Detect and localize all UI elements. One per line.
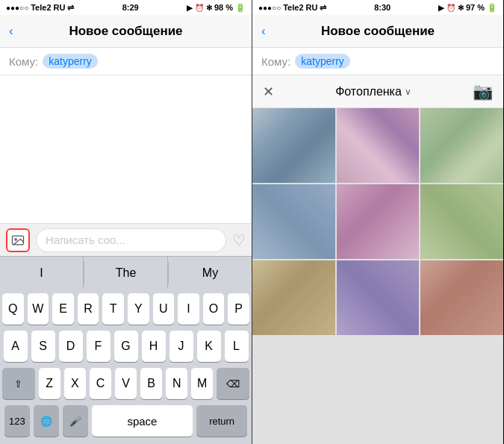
alarm-icon: ⏰ <box>195 4 204 12</box>
key-x[interactable]: X <box>64 368 86 399</box>
keyboard-bottom: 123 🌐 🎤 space return <box>2 405 249 441</box>
key-row-1: Q W E R T Y U I O P <box>2 293 249 325</box>
back-chevron-left: ‹ <box>9 24 13 39</box>
mic-key[interactable]: 🎤 <box>63 405 88 437</box>
back-button-right[interactable]: ‹ <box>261 24 266 39</box>
key-n[interactable]: N <box>166 368 187 399</box>
nav-bar-left: ‹ Новое сообщение <box>0 15 252 48</box>
photo-cell-7[interactable] <box>252 260 335 335</box>
key-a[interactable]: A <box>4 331 28 362</box>
key-q[interactable]: Q <box>2 293 24 325</box>
key-y[interactable]: Y <box>128 293 149 325</box>
suggestion-my[interactable]: My <box>169 257 252 289</box>
photo-picker-title[interactable]: Фотопленка ∨ <box>335 85 411 99</box>
time-right: 8:30 <box>374 3 391 12</box>
photo-picker-title-text: Фотопленка <box>335 85 402 99</box>
wifi-icon: ⇌ <box>67 3 74 13</box>
battery-right: 97 % <box>466 3 485 12</box>
input-bar-left: Написать соо... ♡ <box>0 223 252 256</box>
location-icon: ▶ <box>187 4 193 12</box>
shift-key[interactable]: ⇧ <box>2 368 35 399</box>
key-row-3: ⇧ Z X C V B N M ⌫ <box>2 368 249 399</box>
carrier-left: Tele2 RU <box>31 3 65 12</box>
key-r[interactable]: R <box>78 293 99 325</box>
key-o[interactable]: O <box>203 293 225 325</box>
keyboard-rows: Q W E R T Y U I O P A S D F G H J K <box>0 289 252 444</box>
suggestion-i[interactable]: I <box>0 257 84 289</box>
photo-cell-5[interactable] <box>337 184 420 259</box>
key-d[interactable]: D <box>59 331 83 362</box>
num-key[interactable]: 123 <box>4 405 30 437</box>
photo-cell-3[interactable] <box>420 108 503 183</box>
to-field-left: Кому: katyperry <box>0 48 252 75</box>
nav-title-right: Новое сообщение <box>321 24 435 39</box>
battery-left: 98 % <box>214 3 233 12</box>
carrier-right: Tele2 RU <box>283 3 317 12</box>
back-button-left[interactable]: ‹ <box>9 24 13 39</box>
nav-title-left: Новое сообщение <box>69 24 182 39</box>
image-picker-button[interactable] <box>6 228 30 252</box>
status-bar-right: ●●●○○ Tele2 RU ⇌ 8:30 ▶ ⏰ ✻ 97 % 🔋 <box>252 0 503 15</box>
battery-icon-right: 🔋 <box>487 3 497 13</box>
status-left-right: ●●●○○ Tele2 RU ⇌ <box>258 3 326 13</box>
status-bar-left: ●●●○○ Tele2 RU ⇌ 8:29 ▶ ⏰ ✻ 98 % 🔋 <box>0 0 252 15</box>
bluetooth-icon: ✻ <box>206 4 212 12</box>
photo-cell-2[interactable] <box>337 108 420 183</box>
chevron-down-icon: ∨ <box>405 87 411 97</box>
return-key[interactable]: return <box>196 405 247 437</box>
key-w[interactable]: W <box>28 293 49 325</box>
key-l[interactable]: L <box>225 331 249 362</box>
photo-cell-4[interactable] <box>252 184 335 259</box>
signal-icon: ●●●○○ <box>6 4 28 12</box>
photo-cell-9[interactable] <box>420 260 503 335</box>
status-left: ●●●○○ Tele2 RU ⇌ <box>6 3 74 13</box>
signal-icon-right: ●●●○○ <box>258 4 281 12</box>
suggestion-the[interactable]: The <box>84 257 168 289</box>
message-area-left <box>0 75 252 223</box>
photo-cell-1[interactable] <box>252 108 335 183</box>
image-icon <box>10 233 25 248</box>
recipient-right[interactable]: katyperry <box>295 54 350 69</box>
alarm-icon-right: ⏰ <box>447 4 455 12</box>
key-p[interactable]: P <box>228 293 249 325</box>
status-right: ▶ ⏰ ✻ 98 % 🔋 <box>187 3 246 13</box>
key-t[interactable]: T <box>102 293 124 325</box>
right-screen: ●●●○○ Tele2 RU ⇌ 8:30 ▶ ⏰ ✻ 97 % 🔋 ‹ Нов… <box>252 0 503 444</box>
suggestions-bar: I The My <box>0 256 252 289</box>
key-e[interactable]: E <box>52 293 74 325</box>
photo-picker-header: ✕ Фотопленка ∨ 📷 <box>252 75 503 108</box>
globe-key[interactable]: 🌐 <box>34 405 59 437</box>
key-s[interactable]: S <box>31 331 55 362</box>
photo-picker-close-button[interactable]: ✕ <box>263 84 274 100</box>
key-i[interactable]: I <box>178 293 199 325</box>
key-h[interactable]: H <box>142 331 166 362</box>
bluetooth-icon-right: ✻ <box>458 4 464 12</box>
key-v[interactable]: V <box>115 368 137 399</box>
key-f[interactable]: F <box>87 331 111 362</box>
camera-icon[interactable]: 📷 <box>473 82 493 101</box>
nav-bar-right: ‹ Новое сообщение <box>252 15 503 48</box>
to-label-left: Кому: <box>9 55 38 68</box>
key-u[interactable]: U <box>153 293 175 325</box>
key-g[interactable]: G <box>114 331 138 362</box>
key-z[interactable]: Z <box>39 368 60 399</box>
back-chevron-right: ‹ <box>261 24 266 39</box>
heart-icon[interactable]: ♡ <box>232 231 246 249</box>
time-left: 8:29 <box>122 3 139 12</box>
delete-key[interactable]: ⌫ <box>217 368 249 399</box>
status-right-right: ▶ ⏰ ✻ 97 % 🔋 <box>438 3 497 13</box>
recipient-left[interactable]: katyperry <box>43 54 98 69</box>
photo-cell-6[interactable] <box>420 184 503 259</box>
space-key[interactable]: space <box>92 405 193 437</box>
key-row-2: A S D F G H J K L <box>2 331 249 362</box>
key-c[interactable]: C <box>90 368 111 399</box>
key-k[interactable]: K <box>197 331 221 362</box>
key-m[interactable]: M <box>191 368 213 399</box>
message-input-left[interactable]: Написать соо... <box>36 228 226 252</box>
left-screen: ●●●○○ Tele2 RU ⇌ 8:29 ▶ ⏰ ✻ 98 % 🔋 ‹ Нов… <box>0 0 252 444</box>
svg-point-1 <box>15 238 16 240</box>
battery-icon: 🔋 <box>235 3 246 13</box>
photo-cell-8[interactable] <box>337 260 420 335</box>
key-j[interactable]: J <box>169 331 193 362</box>
key-b[interactable]: B <box>140 368 162 399</box>
